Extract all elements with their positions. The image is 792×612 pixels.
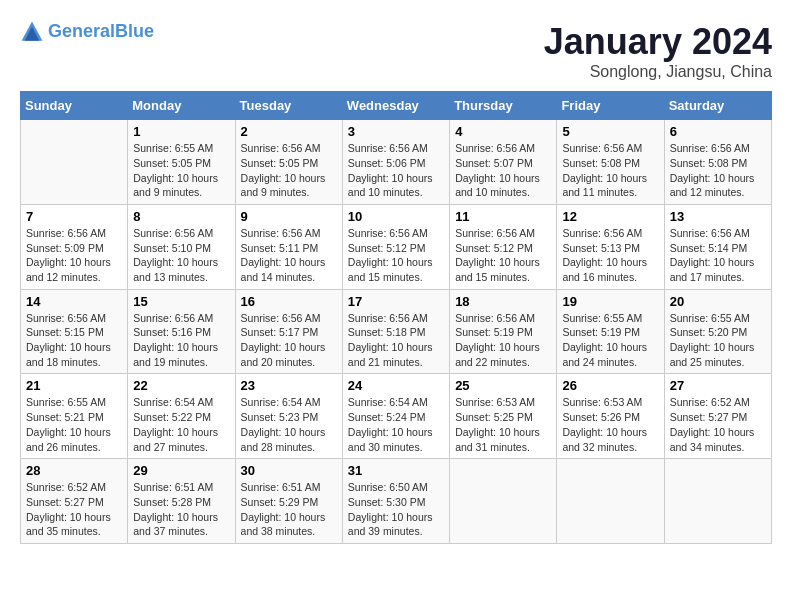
calendar-cell: 25Sunrise: 6:53 AM Sunset: 5:25 PM Dayli…	[450, 374, 557, 459]
day-number: 6	[670, 124, 766, 139]
calendar-cell: 2Sunrise: 6:56 AM Sunset: 5:05 PM Daylig…	[235, 120, 342, 205]
day-number: 20	[670, 294, 766, 309]
calendar-table: SundayMondayTuesdayWednesdayThursdayFrid…	[20, 91, 772, 544]
day-number: 4	[455, 124, 551, 139]
day-number: 5	[562, 124, 658, 139]
day-number: 13	[670, 209, 766, 224]
calendar-week-row: 28Sunrise: 6:52 AM Sunset: 5:27 PM Dayli…	[21, 459, 772, 544]
weekday-header-saturday: Saturday	[664, 92, 771, 120]
calendar-cell: 7Sunrise: 6:56 AM Sunset: 5:09 PM Daylig…	[21, 204, 128, 289]
calendar-cell: 9Sunrise: 6:56 AM Sunset: 5:11 PM Daylig…	[235, 204, 342, 289]
day-number: 31	[348, 463, 444, 478]
weekday-header-friday: Friday	[557, 92, 664, 120]
day-info: Sunrise: 6:56 AM Sunset: 5:08 PM Dayligh…	[670, 141, 766, 200]
day-info: Sunrise: 6:51 AM Sunset: 5:29 PM Dayligh…	[241, 480, 337, 539]
day-info: Sunrise: 6:56 AM Sunset: 5:12 PM Dayligh…	[348, 226, 444, 285]
day-info: Sunrise: 6:55 AM Sunset: 5:05 PM Dayligh…	[133, 141, 229, 200]
calendar-cell: 4Sunrise: 6:56 AM Sunset: 5:07 PM Daylig…	[450, 120, 557, 205]
day-info: Sunrise: 6:55 AM Sunset: 5:19 PM Dayligh…	[562, 311, 658, 370]
day-info: Sunrise: 6:56 AM Sunset: 5:15 PM Dayligh…	[26, 311, 122, 370]
logo-line1: General	[48, 21, 115, 41]
title-block: January 2024 Songlong, Jiangsu, China	[544, 20, 772, 81]
calendar-body: 1Sunrise: 6:55 AM Sunset: 5:05 PM Daylig…	[21, 120, 772, 544]
day-info: Sunrise: 6:56 AM Sunset: 5:19 PM Dayligh…	[455, 311, 551, 370]
calendar-subtitle: Songlong, Jiangsu, China	[544, 63, 772, 81]
day-info: Sunrise: 6:56 AM Sunset: 5:13 PM Dayligh…	[562, 226, 658, 285]
header-row: SundayMondayTuesdayWednesdayThursdayFrid…	[21, 92, 772, 120]
calendar-cell: 21Sunrise: 6:55 AM Sunset: 5:21 PM Dayli…	[21, 374, 128, 459]
calendar-cell: 14Sunrise: 6:56 AM Sunset: 5:15 PM Dayli…	[21, 289, 128, 374]
day-info: Sunrise: 6:56 AM Sunset: 5:14 PM Dayligh…	[670, 226, 766, 285]
logo-text: GeneralBlue	[48, 22, 154, 42]
calendar-cell: 30Sunrise: 6:51 AM Sunset: 5:29 PM Dayli…	[235, 459, 342, 544]
day-info: Sunrise: 6:56 AM Sunset: 5:11 PM Dayligh…	[241, 226, 337, 285]
day-info: Sunrise: 6:56 AM Sunset: 5:07 PM Dayligh…	[455, 141, 551, 200]
day-info: Sunrise: 6:56 AM Sunset: 5:05 PM Dayligh…	[241, 141, 337, 200]
day-number: 27	[670, 378, 766, 393]
calendar-cell: 28Sunrise: 6:52 AM Sunset: 5:27 PM Dayli…	[21, 459, 128, 544]
day-info: Sunrise: 6:54 AM Sunset: 5:22 PM Dayligh…	[133, 395, 229, 454]
calendar-cell: 8Sunrise: 6:56 AM Sunset: 5:10 PM Daylig…	[128, 204, 235, 289]
day-number: 30	[241, 463, 337, 478]
day-number: 11	[455, 209, 551, 224]
day-number: 17	[348, 294, 444, 309]
day-info: Sunrise: 6:53 AM Sunset: 5:25 PM Dayligh…	[455, 395, 551, 454]
day-info: Sunrise: 6:54 AM Sunset: 5:23 PM Dayligh…	[241, 395, 337, 454]
calendar-cell: 13Sunrise: 6:56 AM Sunset: 5:14 PM Dayli…	[664, 204, 771, 289]
day-number: 21	[26, 378, 122, 393]
logo: GeneralBlue	[20, 20, 154, 44]
calendar-cell: 26Sunrise: 6:53 AM Sunset: 5:26 PM Dayli…	[557, 374, 664, 459]
logo-line2: Blue	[115, 21, 154, 41]
day-number: 25	[455, 378, 551, 393]
day-number: 2	[241, 124, 337, 139]
day-number: 24	[348, 378, 444, 393]
day-info: Sunrise: 6:56 AM Sunset: 5:16 PM Dayligh…	[133, 311, 229, 370]
day-number: 1	[133, 124, 229, 139]
day-info: Sunrise: 6:53 AM Sunset: 5:26 PM Dayligh…	[562, 395, 658, 454]
day-info: Sunrise: 6:56 AM Sunset: 5:08 PM Dayligh…	[562, 141, 658, 200]
logo-icon	[20, 20, 44, 44]
weekday-header-wednesday: Wednesday	[342, 92, 449, 120]
calendar-cell: 19Sunrise: 6:55 AM Sunset: 5:19 PM Dayli…	[557, 289, 664, 374]
day-number: 7	[26, 209, 122, 224]
day-number: 9	[241, 209, 337, 224]
weekday-header-tuesday: Tuesday	[235, 92, 342, 120]
calendar-cell: 12Sunrise: 6:56 AM Sunset: 5:13 PM Dayli…	[557, 204, 664, 289]
calendar-cell: 29Sunrise: 6:51 AM Sunset: 5:28 PM Dayli…	[128, 459, 235, 544]
weekday-header-sunday: Sunday	[21, 92, 128, 120]
calendar-cell	[557, 459, 664, 544]
day-number: 26	[562, 378, 658, 393]
calendar-cell: 6Sunrise: 6:56 AM Sunset: 5:08 PM Daylig…	[664, 120, 771, 205]
calendar-title: January 2024	[544, 20, 772, 63]
day-number: 23	[241, 378, 337, 393]
day-info: Sunrise: 6:51 AM Sunset: 5:28 PM Dayligh…	[133, 480, 229, 539]
day-number: 15	[133, 294, 229, 309]
day-number: 28	[26, 463, 122, 478]
day-number: 14	[26, 294, 122, 309]
day-info: Sunrise: 6:56 AM Sunset: 5:10 PM Dayligh…	[133, 226, 229, 285]
calendar-cell: 10Sunrise: 6:56 AM Sunset: 5:12 PM Dayli…	[342, 204, 449, 289]
calendar-cell: 11Sunrise: 6:56 AM Sunset: 5:12 PM Dayli…	[450, 204, 557, 289]
day-info: Sunrise: 6:52 AM Sunset: 5:27 PM Dayligh…	[26, 480, 122, 539]
calendar-cell: 18Sunrise: 6:56 AM Sunset: 5:19 PM Dayli…	[450, 289, 557, 374]
calendar-week-row: 1Sunrise: 6:55 AM Sunset: 5:05 PM Daylig…	[21, 120, 772, 205]
calendar-cell: 24Sunrise: 6:54 AM Sunset: 5:24 PM Dayli…	[342, 374, 449, 459]
calendar-cell: 20Sunrise: 6:55 AM Sunset: 5:20 PM Dayli…	[664, 289, 771, 374]
calendar-cell: 17Sunrise: 6:56 AM Sunset: 5:18 PM Dayli…	[342, 289, 449, 374]
day-number: 3	[348, 124, 444, 139]
day-info: Sunrise: 6:56 AM Sunset: 5:17 PM Dayligh…	[241, 311, 337, 370]
day-info: Sunrise: 6:55 AM Sunset: 5:20 PM Dayligh…	[670, 311, 766, 370]
calendar-week-row: 14Sunrise: 6:56 AM Sunset: 5:15 PM Dayli…	[21, 289, 772, 374]
calendar-cell: 5Sunrise: 6:56 AM Sunset: 5:08 PM Daylig…	[557, 120, 664, 205]
day-info: Sunrise: 6:54 AM Sunset: 5:24 PM Dayligh…	[348, 395, 444, 454]
calendar-cell: 22Sunrise: 6:54 AM Sunset: 5:22 PM Dayli…	[128, 374, 235, 459]
calendar-week-row: 7Sunrise: 6:56 AM Sunset: 5:09 PM Daylig…	[21, 204, 772, 289]
page-header: GeneralBlue January 2024 Songlong, Jiang…	[20, 20, 772, 81]
calendar-cell: 23Sunrise: 6:54 AM Sunset: 5:23 PM Dayli…	[235, 374, 342, 459]
calendar-cell: 3Sunrise: 6:56 AM Sunset: 5:06 PM Daylig…	[342, 120, 449, 205]
calendar-cell	[21, 120, 128, 205]
day-number: 16	[241, 294, 337, 309]
day-info: Sunrise: 6:56 AM Sunset: 5:12 PM Dayligh…	[455, 226, 551, 285]
day-number: 12	[562, 209, 658, 224]
day-number: 18	[455, 294, 551, 309]
